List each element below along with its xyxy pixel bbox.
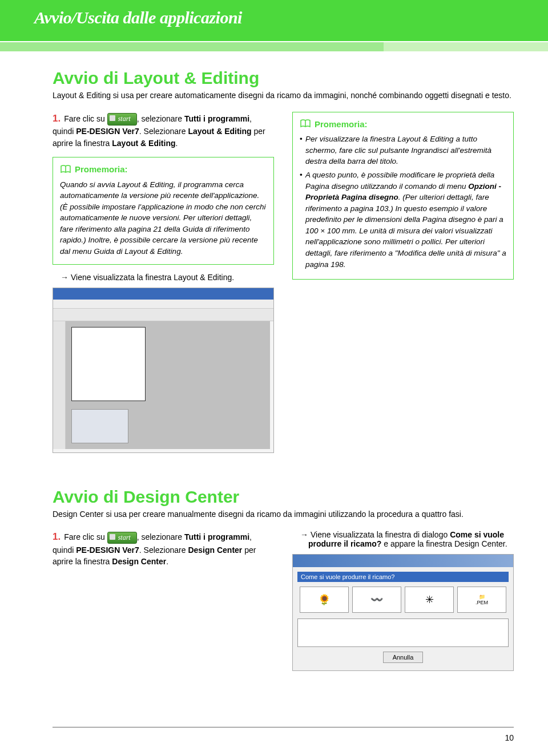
- dialog-option-icon: 〰️: [352, 587, 401, 613]
- book-icon: [300, 119, 311, 128]
- section1-heading: Avvio di Layout & Editing: [53, 68, 514, 88]
- section1-step1: 1.Fare clic su start, selezionare Tutti …: [53, 112, 274, 149]
- memo-title-text: Promemoria:: [315, 118, 368, 131]
- section2-result: →Viene visualizzata la finestra di dialo…: [300, 530, 514, 548]
- section1-intro: Layout & Editing si usa per creare autom…: [53, 90, 514, 102]
- arrow-icon: →: [300, 530, 308, 539]
- start-button-icon: start: [107, 532, 137, 544]
- dialog-option-icon: 🌻: [300, 587, 349, 613]
- section2-step1: 1.Fare clic su start, selezionare Tutti …: [53, 530, 274, 567]
- decor-strip: [0, 41, 548, 51]
- book-icon: [60, 165, 71, 174]
- memo-box-1: Promemoria: Quando si avvia Layout & Edi…: [53, 157, 274, 265]
- section2-heading: Avvio di Design Center: [53, 487, 514, 507]
- step-number: 1.: [53, 531, 61, 542]
- dialog-cancel-button: Annulla: [383, 652, 423, 663]
- page-header: Avvio/Uscita dalle applicazioni: [0, 0, 548, 41]
- memo2-item1: Per visualizzare la finestra Layout & Ed…: [300, 134, 506, 167]
- memo1-body: Quando si avvia Layout & Editing, il pro…: [60, 180, 266, 256]
- start-button-icon: start: [107, 113, 137, 125]
- page-title: Avvio/Uscita dalle applicazioni: [34, 8, 548, 27]
- section1-result: →Viene visualizzata la finestra Layout &…: [61, 273, 274, 282]
- layout-editing-screenshot: [53, 288, 274, 453]
- footer-rule: [53, 727, 514, 727]
- dialog-question: Come si vuole produrre il ricamo?: [297, 572, 509, 582]
- memo-box-2: Promemoria: Per visualizzare la finestra…: [292, 112, 514, 280]
- memo-title-text: Promemoria:: [75, 163, 128, 176]
- arrow-icon: →: [61, 273, 68, 282]
- step-number: 1.: [53, 113, 61, 124]
- dialog-option-icon: 📁.PEM: [457, 587, 506, 613]
- dialog-option-icon: ✳: [405, 587, 454, 613]
- design-center-dialog-screenshot: Come si vuole produrre il ricamo? 🌻 〰️ ✳…: [292, 554, 514, 671]
- memo2-item2: A questo punto, è possibile modificare l…: [300, 169, 506, 270]
- section2-intro: Design Center si usa per creare manualme…: [53, 509, 514, 520]
- page-number: 10: [505, 733, 514, 742]
